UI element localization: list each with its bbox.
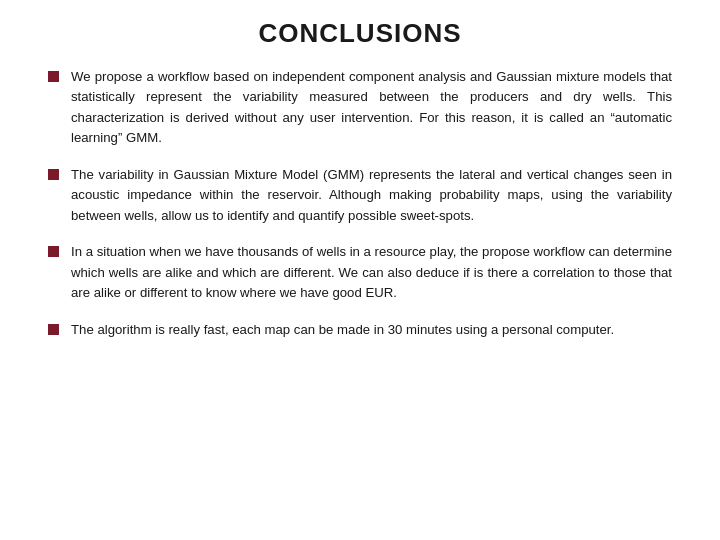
bullet-text-3: In a situation when we have thousands of… <box>71 242 672 303</box>
bullet-item-2: The variability in Gaussian Mixture Mode… <box>48 165 672 226</box>
bullet-text-1: We propose a workflow based on independe… <box>71 67 672 149</box>
bullet-square-icon-4 <box>48 324 59 335</box>
bullet-square-icon-3 <box>48 246 59 257</box>
page-title: CONCLUSIONS <box>48 18 672 49</box>
bullet-item-4: The algorithm is really fast, each map c… <box>48 320 672 340</box>
bullet-text-2: The variability in Gaussian Mixture Mode… <box>71 165 672 226</box>
page: CONCLUSIONS We propose a workflow based … <box>0 0 720 540</box>
bullet-square-icon-1 <box>48 71 59 82</box>
bullet-text-4: The algorithm is really fast, each map c… <box>71 320 614 340</box>
bullet-item-1: We propose a workflow based on independe… <box>48 67 672 149</box>
bullet-square-icon-2 <box>48 169 59 180</box>
bullet-item-3: In a situation when we have thousands of… <box>48 242 672 303</box>
